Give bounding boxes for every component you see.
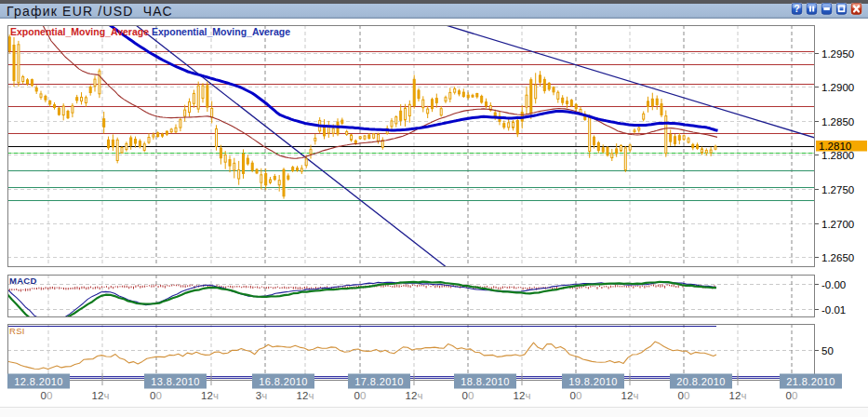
svg-text:RSI: RSI [9, 326, 25, 336]
svg-text:1.2750: 1.2750 [821, 184, 854, 195]
svg-text:1.2650: 1.2650 [821, 252, 854, 263]
svg-text:16.8.2010: 16.8.2010 [259, 376, 308, 387]
svg-text:00: 00 [354, 390, 367, 401]
svg-text:00: 00 [786, 390, 798, 401]
svg-text:1.2950: 1.2950 [821, 48, 854, 60]
svg-text:1.2850: 1.2850 [821, 116, 854, 128]
svg-text:12.8.2010: 12.8.2010 [14, 376, 63, 387]
svg-text:18.8.2010: 18.8.2010 [461, 376, 510, 387]
svg-text:12ч: 12ч [514, 390, 531, 401]
svg-text:19.8.2010: 19.8.2010 [568, 376, 618, 387]
svg-text:Exponential_Moving_Average: Exponential_Moving_Average [152, 26, 290, 37]
svg-text:Exponential_Moving_Average: Exponential_Moving_Average [10, 26, 149, 37]
svg-text:12ч: 12ч [406, 390, 423, 401]
svg-text:17.8.2010: 17.8.2010 [354, 376, 404, 387]
svg-text:20.8.2010: 20.8.2010 [676, 376, 726, 387]
svg-text:1.2900: 1.2900 [821, 82, 854, 93]
svg-text:12ч: 12ч [729, 390, 747, 401]
svg-text:00: 00 [462, 390, 474, 401]
svg-text:00: 00 [570, 390, 582, 401]
svg-text:-0.01: -0.01 [821, 304, 846, 316]
svg-text:График EUR /USD ЧАС: График EUR /USD ЧАС [7, 4, 173, 19]
svg-text:12ч: 12ч [621, 390, 639, 401]
svg-text:1.2810: 1.2810 [819, 141, 851, 152]
svg-text:00: 00 [41, 390, 53, 401]
svg-text:?: ? [794, 3, 799, 14]
svg-text:00: 00 [678, 390, 690, 401]
svg-text:-0.00: -0.00 [821, 279, 846, 290]
svg-text:21.8.2010: 21.8.2010 [786, 376, 835, 387]
svg-text:13.8.2010: 13.8.2010 [151, 376, 200, 387]
svg-text:3ч: 3ч [256, 390, 267, 401]
svg-text:00: 00 [150, 390, 162, 401]
svg-text:12ч: 12ч [92, 390, 110, 401]
svg-text:12ч: 12ч [201, 390, 219, 401]
svg-text:12ч: 12ч [297, 390, 314, 401]
svg-text:1.2700: 1.2700 [821, 219, 854, 230]
svg-text:MACD: MACD [9, 276, 37, 286]
svg-text:50: 50 [821, 345, 834, 356]
